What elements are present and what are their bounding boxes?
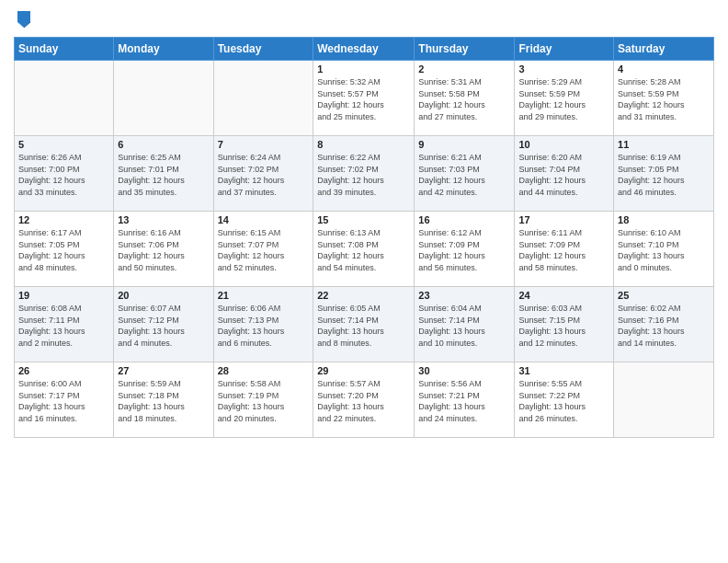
- day-number: 3: [518, 63, 609, 75]
- empty-cell: [213, 61, 313, 136]
- day-info: Sunrise: 5:29 AM Sunset: 5:59 PM Dayligh…: [518, 76, 609, 122]
- weekday-header-saturday: Saturday: [614, 38, 714, 61]
- day-info: Sunrise: 6:10 AM Sunset: 7:10 PM Dayligh…: [618, 227, 710, 273]
- day-info: Sunrise: 6:06 AM Sunset: 7:13 PM Dayligh…: [218, 303, 310, 349]
- day-cell-9: 9Sunrise: 6:21 AM Sunset: 7:03 PM Daylig…: [415, 136, 515, 212]
- logo: [14, 9, 32, 29]
- day-cell-18: 18Sunrise: 6:10 AM Sunset: 7:10 PM Dayli…: [614, 212, 714, 287]
- day-cell-29: 29Sunrise: 5:57 AM Sunset: 7:20 PM Dayli…: [313, 362, 415, 438]
- day-number: 28: [218, 365, 310, 376]
- day-info: Sunrise: 5:59 AM Sunset: 7:18 PM Dayligh…: [118, 378, 209, 424]
- day-info: Sunrise: 6:22 AM Sunset: 7:02 PM Dayligh…: [317, 152, 410, 198]
- day-cell-10: 10Sunrise: 6:20 AM Sunset: 7:04 PM Dayli…: [515, 136, 614, 212]
- day-cell-6: 6Sunrise: 6:25 AM Sunset: 7:01 PM Daylig…: [114, 136, 213, 212]
- weekday-header-row: SundayMondayTuesdayWednesdayThursdayFrid…: [15, 38, 714, 61]
- day-info: Sunrise: 5:57 AM Sunset: 7:20 PM Dayligh…: [317, 378, 410, 424]
- header: [14, 9, 714, 29]
- week-row-3: 12Sunrise: 6:17 AM Sunset: 7:05 PM Dayli…: [15, 212, 714, 287]
- day-cell-15: 15Sunrise: 6:13 AM Sunset: 7:08 PM Dayli…: [313, 212, 415, 287]
- day-info: Sunrise: 5:58 AM Sunset: 7:19 PM Dayligh…: [218, 378, 310, 424]
- day-info: Sunrise: 6:19 AM Sunset: 7:05 PM Dayligh…: [618, 152, 710, 198]
- day-number: 27: [118, 365, 209, 376]
- day-cell-20: 20Sunrise: 6:07 AM Sunset: 7:12 PM Dayli…: [114, 287, 213, 362]
- day-cell-8: 8Sunrise: 6:22 AM Sunset: 7:02 PM Daylig…: [313, 136, 415, 212]
- weekday-header-tuesday: Tuesday: [213, 38, 313, 61]
- day-number: 25: [618, 290, 710, 301]
- day-info: Sunrise: 6:07 AM Sunset: 7:12 PM Dayligh…: [118, 303, 209, 349]
- day-number: 31: [518, 365, 609, 376]
- day-cell-27: 27Sunrise: 5:59 AM Sunset: 7:18 PM Dayli…: [114, 362, 213, 438]
- week-row-1: 1Sunrise: 5:32 AM Sunset: 5:57 PM Daylig…: [15, 61, 714, 136]
- day-number: 30: [418, 365, 510, 376]
- day-cell-1: 1Sunrise: 5:32 AM Sunset: 5:57 PM Daylig…: [313, 61, 415, 136]
- day-info: Sunrise: 6:25 AM Sunset: 7:01 PM Dayligh…: [118, 152, 209, 198]
- day-cell-13: 13Sunrise: 6:16 AM Sunset: 7:06 PM Dayli…: [114, 212, 213, 287]
- day-info: Sunrise: 5:55 AM Sunset: 7:22 PM Dayligh…: [518, 378, 609, 424]
- day-number: 17: [518, 214, 609, 225]
- weekday-header-friday: Friday: [515, 38, 614, 61]
- day-cell-26: 26Sunrise: 6:00 AM Sunset: 7:17 PM Dayli…: [15, 362, 114, 438]
- empty-cell: [614, 362, 714, 438]
- day-number: 14: [218, 214, 310, 225]
- day-cell-7: 7Sunrise: 6:24 AM Sunset: 7:02 PM Daylig…: [213, 136, 313, 212]
- day-info: Sunrise: 6:00 AM Sunset: 7:17 PM Dayligh…: [18, 378, 109, 424]
- day-number: 1: [317, 63, 410, 75]
- day-cell-24: 24Sunrise: 6:03 AM Sunset: 7:15 PM Dayli…: [515, 287, 614, 362]
- day-number: 13: [118, 214, 209, 225]
- day-info: Sunrise: 6:21 AM Sunset: 7:03 PM Dayligh…: [418, 152, 510, 198]
- day-cell-16: 16Sunrise: 6:12 AM Sunset: 7:09 PM Dayli…: [415, 212, 515, 287]
- day-number: 9: [418, 139, 510, 150]
- day-number: 5: [18, 139, 109, 150]
- empty-cell: [15, 61, 114, 136]
- day-cell-11: 11Sunrise: 6:19 AM Sunset: 7:05 PM Dayli…: [614, 136, 714, 212]
- day-number: 15: [317, 214, 410, 225]
- day-info: Sunrise: 6:16 AM Sunset: 7:06 PM Dayligh…: [118, 227, 209, 273]
- logo-icon: [16, 9, 32, 29]
- day-number: 4: [618, 63, 710, 75]
- day-number: 10: [518, 139, 609, 150]
- day-cell-12: 12Sunrise: 6:17 AM Sunset: 7:05 PM Dayli…: [15, 212, 114, 287]
- day-cell-25: 25Sunrise: 6:02 AM Sunset: 7:16 PM Dayli…: [614, 287, 714, 362]
- day-info: Sunrise: 6:24 AM Sunset: 7:02 PM Dayligh…: [218, 152, 310, 198]
- day-cell-23: 23Sunrise: 6:04 AM Sunset: 7:14 PM Dayli…: [415, 287, 515, 362]
- day-cell-22: 22Sunrise: 6:05 AM Sunset: 7:14 PM Dayli…: [313, 287, 415, 362]
- day-info: Sunrise: 6:02 AM Sunset: 7:16 PM Dayligh…: [618, 303, 710, 349]
- day-info: Sunrise: 6:26 AM Sunset: 7:00 PM Dayligh…: [18, 152, 109, 198]
- day-number: 22: [317, 290, 410, 301]
- day-info: Sunrise: 6:12 AM Sunset: 7:09 PM Dayligh…: [418, 227, 510, 273]
- day-number: 19: [18, 290, 109, 301]
- day-number: 8: [317, 139, 410, 150]
- day-info: Sunrise: 5:32 AM Sunset: 5:57 PM Dayligh…: [317, 76, 410, 122]
- day-cell-31: 31Sunrise: 5:55 AM Sunset: 7:22 PM Dayli…: [515, 362, 614, 438]
- day-number: 12: [18, 214, 109, 225]
- week-row-4: 19Sunrise: 6:08 AM Sunset: 7:11 PM Dayli…: [15, 287, 714, 362]
- day-info: Sunrise: 5:28 AM Sunset: 5:59 PM Dayligh…: [618, 76, 710, 122]
- day-info: Sunrise: 6:11 AM Sunset: 7:09 PM Dayligh…: [518, 227, 609, 273]
- day-info: Sunrise: 6:03 AM Sunset: 7:15 PM Dayligh…: [518, 303, 609, 349]
- day-cell-4: 4Sunrise: 5:28 AM Sunset: 5:59 PM Daylig…: [614, 61, 714, 136]
- weekday-header-thursday: Thursday: [415, 38, 515, 61]
- day-number: 29: [317, 365, 410, 376]
- day-number: 6: [118, 139, 209, 150]
- day-number: 24: [518, 290, 609, 301]
- day-info: Sunrise: 6:08 AM Sunset: 7:11 PM Dayligh…: [18, 303, 109, 349]
- day-info: Sunrise: 6:17 AM Sunset: 7:05 PM Dayligh…: [18, 227, 109, 273]
- day-cell-19: 19Sunrise: 6:08 AM Sunset: 7:11 PM Dayli…: [15, 287, 114, 362]
- calendar-table: SundayMondayTuesdayWednesdayThursdayFrid…: [14, 37, 714, 438]
- day-info: Sunrise: 6:15 AM Sunset: 7:07 PM Dayligh…: [218, 227, 310, 273]
- week-row-5: 26Sunrise: 6:00 AM Sunset: 7:17 PM Dayli…: [15, 362, 714, 438]
- day-info: Sunrise: 5:31 AM Sunset: 5:58 PM Dayligh…: [418, 76, 510, 122]
- day-cell-5: 5Sunrise: 6:26 AM Sunset: 7:00 PM Daylig…: [15, 136, 114, 212]
- day-number: 18: [618, 214, 710, 225]
- day-info: Sunrise: 6:20 AM Sunset: 7:04 PM Dayligh…: [518, 152, 609, 198]
- day-cell-21: 21Sunrise: 6:06 AM Sunset: 7:13 PM Dayli…: [213, 287, 313, 362]
- page: SundayMondayTuesdayWednesdayThursdayFrid…: [0, 0, 728, 563]
- day-cell-14: 14Sunrise: 6:15 AM Sunset: 7:07 PM Dayli…: [213, 212, 313, 287]
- day-info: Sunrise: 6:13 AM Sunset: 7:08 PM Dayligh…: [317, 227, 410, 273]
- day-number: 7: [218, 139, 310, 150]
- day-cell-28: 28Sunrise: 5:58 AM Sunset: 7:19 PM Dayli…: [213, 362, 313, 438]
- day-number: 2: [418, 63, 510, 75]
- day-number: 26: [18, 365, 109, 376]
- day-info: Sunrise: 6:04 AM Sunset: 7:14 PM Dayligh…: [418, 303, 510, 349]
- day-number: 11: [618, 139, 710, 150]
